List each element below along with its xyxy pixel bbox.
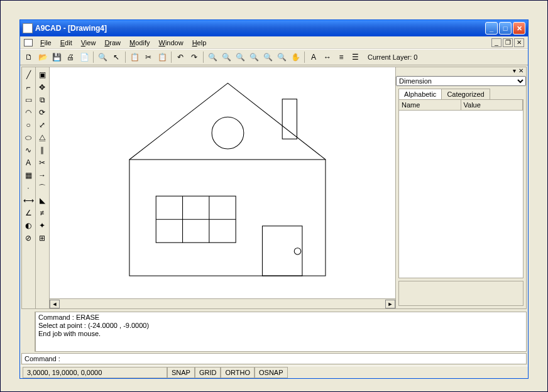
tab-alphabetic[interactable]: Alphabetic xyxy=(398,89,442,99)
rectangle-button[interactable]: ▭ xyxy=(22,94,35,106)
osnap-toggle[interactable]: OSNAP xyxy=(255,367,288,378)
extend-button[interactable]: → xyxy=(36,169,48,182)
menu-window[interactable]: Window xyxy=(155,38,187,47)
info-button[interactable]: 🔍 xyxy=(96,51,109,63)
select-button[interactable]: ▣ xyxy=(36,68,48,81)
property-grid-header: Name Value xyxy=(398,99,523,111)
dim-linear-button[interactable]: ⟷ xyxy=(22,194,35,207)
mdi-close-button[interactable]: ✕ xyxy=(514,38,524,47)
properties-panel: ▾ ✕ Dimension Alphabetic Categorized Nam… xyxy=(395,67,526,308)
svg-rect-0 xyxy=(129,160,326,276)
spline-button[interactable]: ∿ xyxy=(22,144,35,156)
break-button[interactable]: ≠ xyxy=(36,207,48,219)
panel-close-icon[interactable]: ✕ xyxy=(517,67,525,76)
close-button[interactable]: ✕ xyxy=(513,22,525,35)
svg-rect-2 xyxy=(282,99,297,139)
cut-button[interactable]: ✂ xyxy=(142,51,155,63)
snap-toggle[interactable]: SNAP xyxy=(167,367,195,378)
scale-button[interactable]: ⤢ xyxy=(36,119,48,131)
menu-modify[interactable]: Modify xyxy=(126,38,153,47)
titlebar[interactable]: A9CAD - [Drawing4] _ □ ✕ xyxy=(20,20,528,36)
copy-button[interactable]: 📋 xyxy=(128,51,141,63)
command-toolbar xyxy=(21,312,35,352)
line-button[interactable]: ╱ xyxy=(22,68,35,81)
layers-button[interactable]: ≡ xyxy=(335,51,348,63)
undo-button[interactable]: ↶ xyxy=(174,51,187,63)
tab-categorized[interactable]: Categorized xyxy=(441,89,490,99)
hatch-button[interactable]: ▦ xyxy=(22,169,35,182)
save-button[interactable]: 💾 xyxy=(50,51,63,63)
zoom-previous-button[interactable]: 🔍 xyxy=(275,51,288,63)
app-window: A9CAD - [Drawing4] _ □ ✕ File Edit View … xyxy=(0,0,548,392)
window-title: A9CAD - [Drawing4] xyxy=(35,24,107,33)
zoom-window-button[interactable]: 🔍 xyxy=(234,51,246,63)
fillet-button[interactable]: ⌒ xyxy=(36,182,48,194)
mdi-restore-button[interactable]: ❐ xyxy=(503,38,513,47)
grid-toggle[interactable]: GRID xyxy=(195,367,221,378)
zoom-extents-button[interactable]: 🔍 xyxy=(248,51,260,63)
props-button[interactable]: ☰ xyxy=(349,51,361,63)
polyline-button[interactable]: ⌐ xyxy=(22,81,35,94)
mdi-minimize-button[interactable]: _ xyxy=(491,38,501,47)
pan-button[interactable]: ✋ xyxy=(289,51,302,63)
redo-button[interactable]: ↷ xyxy=(188,51,200,63)
scroll-right-button[interactable]: ► xyxy=(385,300,395,308)
object-type-dropdown[interactable]: Dimension xyxy=(396,76,526,86)
print-button[interactable]: 🖨 xyxy=(64,51,77,63)
pick-button[interactable]: ↖ xyxy=(110,51,123,63)
dim-radius-button[interactable]: ◐ xyxy=(22,219,35,232)
scroll-left-button[interactable]: ◄ xyxy=(50,300,60,308)
offset-button[interactable]: ∥ xyxy=(36,144,48,156)
dim-angular-button[interactable]: ∠ xyxy=(22,207,35,219)
horizontal-scrollbar[interactable]: ◄ ► xyxy=(50,298,395,308)
array-button[interactable]: ⊞ xyxy=(36,232,48,244)
svg-rect-7 xyxy=(262,226,302,276)
main-toolbar: 🗋📂💾🖨📄🔍↖📋✂📋↶↷🔍🔍🔍🔍🔍🔍✋A↔≡☰Current Layer: 0 xyxy=(20,49,528,65)
maximize-button[interactable]: □ xyxy=(499,22,512,35)
text-button[interactable]: A xyxy=(307,51,320,63)
ortho-toggle[interactable]: ORTHO xyxy=(221,367,255,378)
explode-button[interactable]: ✦ xyxy=(36,219,48,232)
arc-button[interactable]: ◠ xyxy=(22,106,35,119)
text-tool-button[interactable]: A xyxy=(22,156,35,169)
menubar: File Edit View Draw Modify Window Help _… xyxy=(20,36,528,49)
drawing-canvas[interactable] xyxy=(50,67,395,298)
circle-button[interactable]: ○ xyxy=(22,119,35,131)
paste-button[interactable]: 📋 xyxy=(156,51,168,63)
coordinates-display: 3,0000, 19,0000, 0,0000 xyxy=(23,367,167,378)
panel-pin-icon[interactable]: ▾ xyxy=(512,67,517,76)
command-input[interactable]: Command : xyxy=(21,353,527,364)
menu-help[interactable]: Help xyxy=(189,38,211,47)
zoom-in-button[interactable]: 🔍 xyxy=(206,51,219,63)
export-button[interactable]: 📄 xyxy=(78,51,90,63)
copy-obj-button[interactable]: ⧉ xyxy=(36,94,48,106)
zoom-realtime-button[interactable]: 🔍 xyxy=(261,51,274,63)
chamfer-button[interactable]: ◣ xyxy=(36,194,48,207)
dim-button[interactable]: ↔ xyxy=(321,51,334,63)
trim-button[interactable]: ✂ xyxy=(36,156,48,169)
property-grid-body[interactable] xyxy=(398,111,523,278)
ellipse-button[interactable]: ⬭ xyxy=(22,131,35,144)
col-value[interactable]: Value xyxy=(461,100,523,110)
rotate-button[interactable]: ⟳ xyxy=(36,106,48,119)
svg-point-8 xyxy=(294,248,301,255)
open-button[interactable]: 📂 xyxy=(36,51,49,63)
command-log[interactable]: Command : ERASE Select at point : (-24.0… xyxy=(35,312,527,352)
zoom-out-button[interactable]: 🔍 xyxy=(220,51,233,63)
command-area: Command : ERASE Select at point : (-24.0… xyxy=(21,312,527,352)
drawing-content xyxy=(50,67,395,298)
minimize-button[interactable]: _ xyxy=(485,22,498,35)
dim-diameter-button[interactable]: ⊘ xyxy=(22,232,35,244)
menu-edit[interactable]: Edit xyxy=(57,38,76,47)
menu-view[interactable]: View xyxy=(77,38,100,47)
current-layer-label: Current Layer: 0 xyxy=(365,52,420,62)
col-name[interactable]: Name xyxy=(399,100,461,110)
workarea: ╱⌐▭◠○⬭∿A▦·⟷∠◐⊘ ▣✥⧉⟳⤢⧋∥✂→⌒◣≠✦⊞ ◄ ► xyxy=(21,67,527,309)
menu-draw[interactable]: Draw xyxy=(101,38,124,47)
point-button[interactable]: · xyxy=(22,182,35,194)
new-button[interactable]: 🗋 xyxy=(23,51,35,63)
property-description xyxy=(398,281,523,306)
mirror-button[interactable]: ⧋ xyxy=(36,131,48,144)
menu-file[interactable]: File xyxy=(36,38,55,47)
move-button[interactable]: ✥ xyxy=(36,81,48,94)
